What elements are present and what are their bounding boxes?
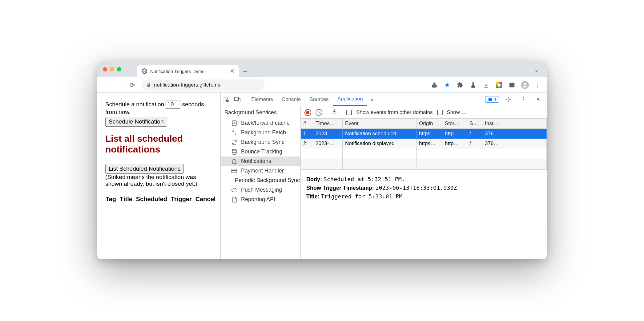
forward-button[interactable]: → (114, 80, 124, 90)
svg-rect-7 (488, 98, 492, 101)
settings-gear-icon[interactable] (503, 96, 514, 103)
bell-icon (231, 158, 237, 165)
minimize-window-button[interactable] (110, 67, 114, 71)
tab-sources[interactable]: Sources (305, 93, 333, 106)
tab-application[interactable]: Application (333, 93, 367, 106)
cell: http… (442, 129, 467, 139)
grid-row[interactable]: 2 2023-… Notification displayed https… h… (301, 139, 547, 148)
sidebar-label: Background Fetch (241, 129, 286, 136)
issues-chip[interactable]: 1 (485, 96, 499, 103)
cell: / (467, 139, 482, 148)
sidebar-label: Background Sync (241, 139, 284, 145)
downloads-icon[interactable] (481, 80, 491, 90)
database-icon (231, 120, 237, 126)
clear-button[interactable] (316, 109, 322, 116)
more-tabs-button[interactable]: » (367, 96, 377, 103)
new-tab-button[interactable]: ＋ (239, 65, 251, 77)
sidebar-item-notifications[interactable]: Notifications (221, 156, 300, 166)
sidebar-item-bounce[interactable]: Bounce Tracking (221, 147, 300, 156)
sidebar-item-bg-fetch[interactable]: Background Fetch (221, 128, 300, 137)
bookmark-star-icon[interactable]: ★ (442, 80, 453, 90)
window-controls (103, 67, 121, 71)
list-button[interactable]: List Scheduled Notifications (105, 164, 184, 174)
events-toolbar: Show events from other domains Show … (301, 106, 547, 119)
seconds-input[interactable] (166, 100, 180, 109)
lock-icon (147, 83, 151, 87)
google-icon[interactable] (494, 80, 504, 90)
svg-point-3 (524, 83, 526, 85)
col-inst[interactable]: Inst… (482, 119, 547, 129)
inspect-icon[interactable] (221, 93, 232, 106)
devtools-sidebar: Background Services Back/forward cache B… (221, 106, 301, 259)
sidebar-label: Bounce Tracking (241, 148, 282, 155)
svg-rect-0 (432, 85, 436, 87)
col-origin[interactable]: Origin (417, 119, 442, 129)
checkbox-show[interactable] (437, 110, 443, 115)
profile-avatar[interactable] (520, 80, 530, 90)
devtools-main: Show events from other domains Show … # … (301, 106, 547, 259)
sidebar-label: Reporting API (241, 196, 275, 203)
sidebar-heading: Background Services (221, 106, 300, 118)
tab-elements[interactable]: Elements (247, 93, 277, 106)
record-button[interactable] (304, 109, 311, 116)
reload-button[interactable]: ⟳ (127, 80, 137, 90)
sidebar-item-reporting[interactable]: Reporting API (221, 195, 300, 204)
devtools-close-icon[interactable]: ✕ (533, 96, 544, 103)
detail-trigger-value: 2023-06-13T16:33:01.930Z (376, 185, 457, 191)
th-tag: Tag (105, 195, 116, 203)
checkbox-other-domains[interactable] (346, 110, 352, 115)
download-button[interactable] (331, 108, 337, 116)
svg-point-8 (508, 99, 509, 100)
grid-row-empty (301, 148, 547, 159)
share-icon[interactable] (429, 80, 440, 90)
cell: https… (417, 129, 442, 139)
col-storage[interactable]: Stor… (442, 119, 467, 129)
sidebar-item-periodic[interactable]: Periodic Background Sync (221, 176, 300, 185)
col-event[interactable]: Event (343, 119, 417, 129)
fetch-icon (231, 130, 237, 136)
sidepanel-icon[interactable] (507, 80, 517, 90)
close-window-button[interactable] (103, 67, 107, 71)
sidebar-item-push[interactable]: Push Messaging (221, 185, 300, 195)
address-bar[interactable]: notification-triggers.glitch.me (142, 79, 265, 91)
kebab-menu-button[interactable]: ⋮ (533, 80, 543, 90)
schedule-button[interactable]: Schedule Notification (105, 117, 167, 127)
labs-icon[interactable] (468, 80, 478, 90)
th-cancel: Cancel (195, 195, 216, 203)
detail-title-value: Triggered for 5:33:01 PM (321, 193, 403, 200)
sidebar-label: Periodic Background Sync (235, 177, 300, 184)
devtools-tabbar: Elements Console Sources Application » 1… (221, 93, 547, 106)
cell: / (467, 129, 482, 139)
events-grid: # Times… Event Origin Stor… S… Inst… 1 2… (301, 119, 547, 170)
back-button[interactable]: ← (101, 80, 111, 90)
grid-row[interactable]: 1 2023-… Notification scheduled https… h… (301, 129, 547, 139)
tab-console[interactable]: Console (277, 93, 305, 106)
tab-strip: Notification Triggers Demo ✕ ＋ ⌄ (97, 62, 547, 77)
tabs-menu-button[interactable]: ⌄ (531, 64, 542, 75)
browser-tab[interactable]: Notification Triggers Demo ✕ (137, 65, 239, 77)
sidebar-item-payment[interactable]: Payment Handler (221, 166, 300, 176)
sidebar-item-bfcache[interactable]: Back/forward cache (221, 118, 300, 128)
url-text: notification-triggers.glitch.me (154, 82, 220, 88)
col-s[interactable]: S… (467, 119, 482, 129)
devtools-panel: Elements Console Sources Application » 1… (220, 93, 547, 259)
cell: Notification scheduled (343, 129, 417, 139)
cell: 2023-… (313, 129, 343, 139)
col-num[interactable]: # (301, 119, 313, 129)
close-tab-button[interactable]: ✕ (230, 68, 235, 75)
browser-toolbar: ← → ⟳ notification-triggers.glitch.me ★ … (97, 77, 547, 93)
device-toggle-icon[interactable] (232, 93, 243, 106)
schedule-text-1: Schedule a notification (105, 101, 164, 108)
schedule-line: Schedule a notification seconds from now… (105, 100, 212, 116)
col-timestamp[interactable]: Times… (313, 119, 343, 129)
devtools-kebab-icon[interactable]: ⋮ (518, 96, 529, 103)
sidebar-item-bg-sync[interactable]: Background Sync (221, 137, 300, 147)
extensions-icon[interactable] (455, 80, 465, 90)
notifications-table-header: Tag Title Scheduled Trigger Cancel (105, 195, 212, 203)
checkbox-label: Show events from other domains (356, 109, 433, 116)
cloud-icon (231, 187, 237, 193)
maximize-window-button[interactable] (117, 67, 121, 71)
detail-trigger-label: Show Trigger Timestamp: (306, 185, 374, 191)
svg-point-10 (232, 149, 236, 151)
th-scheduled: Scheduled (136, 195, 167, 203)
